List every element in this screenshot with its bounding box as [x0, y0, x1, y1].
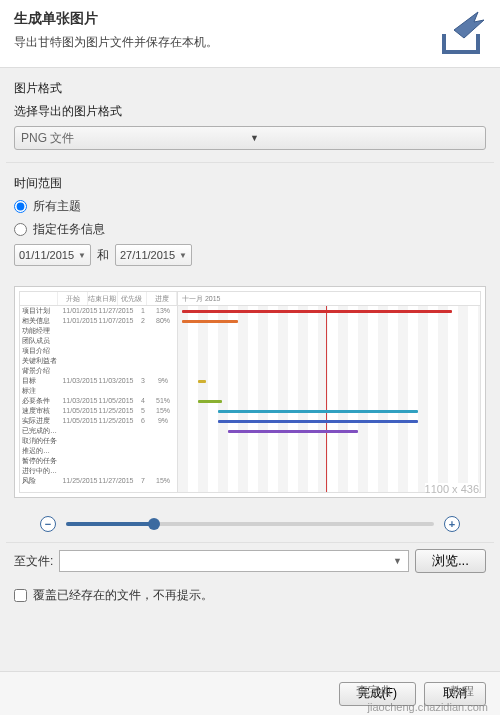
table-row: 标注 — [20, 386, 177, 396]
finish-button[interactable]: 完成(F) — [339, 682, 416, 706]
dialog-subtitle: 导出甘特图为图片文件并保存在本机。 — [14, 34, 486, 51]
dialog-header: 生成单张图片 导出甘特图为图片文件并保存在本机。 — [0, 0, 500, 68]
zoom-out-button[interactable]: − — [40, 516, 56, 532]
preview-dimensions: 1100 x 436 — [425, 483, 479, 495]
file-path-dropdown[interactable]: ▼ — [59, 550, 409, 572]
table-row: 目标11/03/201511/03/201539% — [20, 376, 177, 386]
format-value: PNG 文件 — [21, 130, 250, 147]
zoom-in-button[interactable]: + — [444, 516, 460, 532]
format-section: 图片格式 选择导出的图片格式 PNG 文件 ▼ — [0, 68, 500, 162]
overwrite-label: 覆盖已经存在的文件，不再提示。 — [33, 587, 213, 604]
zoom-controls: − + — [0, 498, 500, 542]
zoom-slider[interactable] — [66, 522, 434, 526]
table-row: 风险11/25/201511/27/2015715% — [20, 476, 177, 486]
table-row: 背景介绍 — [20, 366, 177, 376]
file-row: 至文件: ▼ 浏览... — [0, 543, 500, 579]
date-and-label: 和 — [97, 247, 109, 264]
radio-range-input[interactable] — [14, 223, 27, 236]
radio-range-label: 指定任务信息 — [33, 221, 105, 238]
chevron-down-icon: ▼ — [179, 251, 187, 260]
table-row: 团队成员 — [20, 336, 177, 346]
table-row: 速度审核11/05/201511/25/2015515% — [20, 406, 177, 416]
table-row: 项目计划11/01/201511/27/2015113% — [20, 306, 177, 316]
table-row: 推迟的… — [20, 446, 177, 456]
chevron-down-icon: ▼ — [387, 556, 408, 566]
table-row: 已完成的… — [20, 426, 177, 436]
gantt-month-label: 十一月 2015 — [178, 292, 480, 306]
file-label: 至文件: — [14, 553, 53, 570]
overwrite-row: 覆盖已经存在的文件，不再提示。 — [0, 579, 500, 612]
time-section: 时间范围 所有主题 指定任务信息 01/11/2015 ▼ 和 27/11/20… — [0, 163, 500, 278]
date-from-value: 01/11/2015 — [19, 249, 74, 261]
table-row: 取消的任务 — [20, 436, 177, 446]
browse-button[interactable]: 浏览... — [415, 549, 486, 573]
table-row: 必要条件11/03/201511/05/2015451% — [20, 396, 177, 406]
gantt-preview: 开始 结束日期 优先级 进度 项目计划11/01/201511/27/20151… — [14, 286, 486, 498]
table-row: 功能经理 — [20, 326, 177, 336]
radio-all-input[interactable] — [14, 200, 27, 213]
zoom-thumb[interactable] — [148, 518, 160, 530]
radio-all-topics[interactable]: 所有主题 — [14, 198, 486, 215]
radio-range[interactable]: 指定任务信息 — [14, 221, 486, 238]
col-progress: 进度 — [147, 292, 177, 305]
radio-all-label: 所有主题 — [33, 198, 81, 215]
gantt-bar — [218, 410, 418, 413]
table-row: 关键利益者 — [20, 356, 177, 366]
date-to-picker[interactable]: 27/11/2015 ▼ — [115, 244, 192, 266]
col-priority: 优先级 — [118, 292, 148, 305]
chevron-down-icon: ▼ — [78, 251, 86, 260]
export-icon — [434, 6, 488, 60]
table-row: 项目介绍 — [20, 346, 177, 356]
overwrite-checkbox[interactable] — [14, 589, 27, 602]
gantt-bar — [182, 310, 452, 313]
table-row: 暂停的任务 — [20, 456, 177, 466]
col-start: 开始 — [58, 292, 88, 305]
date-from-picker[interactable]: 01/11/2015 ▼ — [14, 244, 91, 266]
col-end: 结束日期 — [88, 292, 118, 305]
dialog-title: 生成单张图片 — [14, 10, 486, 28]
table-row: 相关信息11/01/201511/07/2015280% — [20, 316, 177, 326]
format-sublabel: 选择导出的图片格式 — [14, 103, 486, 120]
gantt-table-header: 开始 结束日期 优先级 进度 — [20, 292, 177, 306]
table-row: 进行中的… — [20, 466, 177, 476]
gantt-bar — [218, 420, 418, 423]
gantt-table: 开始 结束日期 优先级 进度 项目计划11/01/201511/27/20151… — [20, 292, 178, 492]
gantt-bar — [198, 400, 222, 403]
chevron-down-icon: ▼ — [250, 133, 479, 143]
date-to-value: 27/11/2015 — [120, 249, 175, 261]
cancel-button[interactable]: 取消 — [424, 682, 486, 706]
gantt-chart: 十一月 2015 — [178, 292, 480, 492]
gantt-bar — [198, 380, 206, 383]
gantt-bar — [182, 320, 238, 323]
date-range-row: 01/11/2015 ▼ 和 27/11/2015 ▼ — [14, 244, 486, 266]
col-name — [20, 292, 58, 305]
dialog-footer: 完成(F) 取消 — [0, 671, 500, 715]
time-label: 时间范围 — [14, 175, 486, 192]
today-line — [326, 306, 327, 492]
gantt-bar — [228, 430, 358, 433]
format-dropdown[interactable]: PNG 文件 ▼ — [14, 126, 486, 150]
table-row: 实际进度11/05/201511/25/201569% — [20, 416, 177, 426]
format-label: 图片格式 — [14, 80, 486, 97]
